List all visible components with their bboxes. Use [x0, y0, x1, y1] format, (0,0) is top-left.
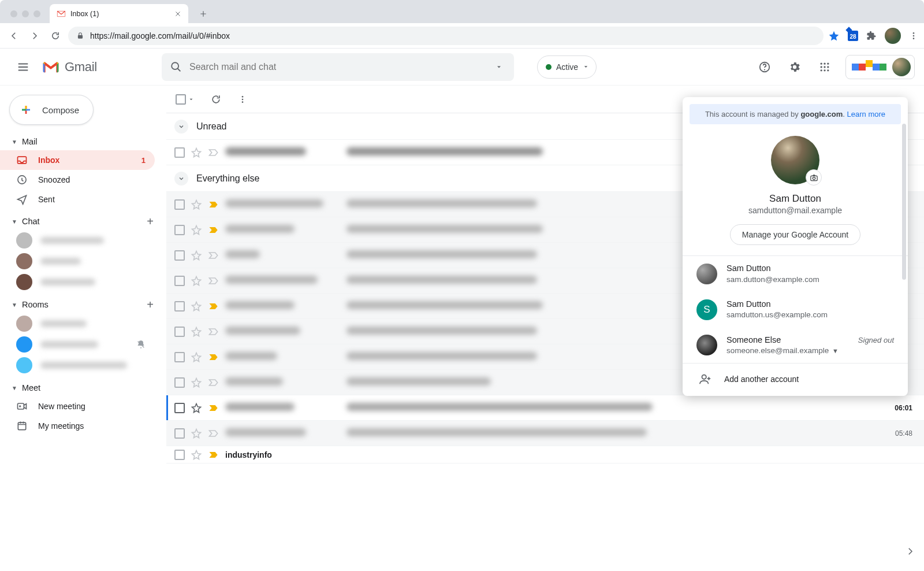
- bookmark-star-icon[interactable]: [828, 30, 840, 42]
- status-dot-icon: [546, 64, 552, 70]
- nav-new-meeting[interactable]: New meeting: [0, 396, 155, 416]
- nav-my-meetings[interactable]: My meetings: [0, 416, 155, 436]
- inbox-count: 1: [141, 156, 146, 165]
- nav-snoozed[interactable]: Snoozed: [0, 170, 155, 190]
- gmail-logo[interactable]: Gmail: [42, 60, 157, 75]
- side-panel-toggle[interactable]: [901, 542, 919, 561]
- apps-button[interactable]: [813, 55, 836, 79]
- important-marker-icon[interactable]: [208, 402, 219, 414]
- important-marker-icon[interactable]: [208, 250, 219, 261]
- manage-account-button[interactable]: Manage your Google Account: [730, 224, 860, 245]
- compose-button[interactable]: Compose: [9, 95, 94, 125]
- svg-rect-23: [810, 176, 817, 180]
- svg-point-14: [824, 69, 825, 71]
- settings-button[interactable]: [783, 55, 806, 79]
- person-add-icon: [699, 373, 711, 385]
- calendar-icon: [16, 420, 28, 432]
- nav-back-button[interactable]: [6, 28, 22, 44]
- chat-item[interactable]: [0, 230, 155, 251]
- important-marker-icon[interactable]: [208, 199, 219, 210]
- star-icon[interactable]: [191, 402, 202, 414]
- browser-toolbar: https://mail.google.com/mail/u/0/#inbox …: [0, 23, 924, 49]
- mail-row[interactable]: 06:01: [166, 395, 924, 421]
- section-mail-header[interactable]: ▼Mail: [0, 133, 162, 150]
- product-name: Gmail: [65, 60, 97, 75]
- add-account-button[interactable]: Add another account: [683, 364, 908, 396]
- browser-chrome: Inbox (1) https://mail.google.com/mail/u…: [0, 0, 924, 49]
- sidebar: Compose ▼Mail Inbox 1 Snoozed Sent ▼Chat…: [0, 86, 166, 571]
- room-item[interactable]: [0, 313, 155, 334]
- section-meet-header[interactable]: ▼Meet: [0, 379, 162, 396]
- inbox-icon: [16, 154, 28, 166]
- svg-point-22: [242, 101, 244, 103]
- sender: [225, 147, 341, 157]
- star-icon[interactable]: [191, 147, 202, 158]
- important-marker-icon[interactable]: [208, 351, 219, 363]
- svg-point-21: [242, 98, 244, 100]
- calendar-extension-icon[interactable]: 28: [848, 31, 858, 41]
- important-marker-icon[interactable]: [208, 377, 219, 388]
- important-marker-icon[interactable]: [208, 275, 219, 287]
- more-button[interactable]: [238, 95, 247, 104]
- select-all-checkbox[interactable]: [176, 94, 194, 105]
- mail-time: 05:48: [884, 429, 912, 437]
- main-menu-button[interactable]: [9, 53, 37, 81]
- new-tab-button[interactable]: [195, 6, 211, 22]
- sent-icon: [16, 194, 28, 205]
- mail-row[interactable]: industryinfo: [166, 446, 924, 464]
- nav-sent[interactable]: Sent: [0, 190, 155, 209]
- tab-close-icon[interactable]: [174, 10, 181, 17]
- svg-point-6: [764, 69, 765, 70]
- tab-strip: Inbox (1): [0, 0, 924, 23]
- add-chat-button[interactable]: +: [147, 215, 154, 228]
- account-avatar: [696, 264, 717, 284]
- important-marker-icon[interactable]: [208, 301, 219, 312]
- window-controls[interactable]: [5, 10, 46, 17]
- scrollbar[interactable]: [902, 124, 906, 364]
- important-marker-icon[interactable]: [208, 147, 219, 158]
- room-item[interactable]: [0, 355, 155, 376]
- nav-inbox[interactable]: Inbox 1: [0, 150, 155, 170]
- svg-point-7: [821, 62, 822, 64]
- search-bar[interactable]: [162, 53, 514, 81]
- add-room-button[interactable]: +: [147, 298, 154, 312]
- section-rooms-header[interactable]: ▼Rooms+: [0, 296, 162, 313]
- chat-item[interactable]: [0, 272, 155, 292]
- svg-point-24: [813, 177, 815, 179]
- svg-point-3: [913, 38, 915, 39]
- chevron-down-icon: [583, 64, 589, 70]
- account-avatar[interactable]: [892, 58, 911, 76]
- svg-point-12: [827, 66, 829, 68]
- account-avatar: [696, 335, 717, 355]
- refresh-button[interactable]: [210, 94, 222, 105]
- change-photo-button[interactable]: [806, 169, 822, 186]
- nav-reload-button[interactable]: [47, 28, 64, 44]
- status-chip[interactable]: Active: [537, 55, 597, 79]
- support-button[interactable]: [753, 55, 776, 79]
- address-bar[interactable]: https://mail.google.com/mail/u/0/#inbox: [68, 27, 824, 45]
- mail-row[interactable]: 05:48: [166, 421, 924, 446]
- account-row[interactable]: Someone Else someone.else@mail.example ▼…: [683, 328, 908, 364]
- search-options-button[interactable]: [487, 64, 511, 71]
- important-marker-icon[interactable]: [208, 224, 219, 236]
- svg-point-25: [702, 375, 706, 379]
- search-input[interactable]: [189, 62, 480, 72]
- svg-point-1: [913, 32, 915, 34]
- account-row[interactable]: Sam Dutton sam.dutton@example.com: [683, 256, 908, 292]
- important-marker-icon[interactable]: [208, 326, 219, 338]
- section-chat-header[interactable]: ▼Chat+: [0, 213, 162, 230]
- chat-item[interactable]: [0, 251, 155, 272]
- account-email: samdutton@mail.example: [683, 206, 908, 215]
- row-checkbox[interactable]: [174, 403, 185, 413]
- row-checkbox[interactable]: [174, 147, 185, 158]
- room-item[interactable]: [0, 334, 155, 355]
- nav-forward-button[interactable]: [27, 28, 43, 44]
- account-row[interactable]: S Sam Dutton samdutton.us@example.com: [683, 292, 908, 328]
- chrome-menu-icon[interactable]: [909, 31, 918, 40]
- org-profile-box[interactable]: [845, 55, 915, 79]
- gmail-favicon-icon: [57, 9, 66, 18]
- learn-more-link[interactable]: Learn more: [847, 110, 885, 118]
- browser-tab[interactable]: Inbox (1): [50, 4, 188, 24]
- extensions-puzzle-icon[interactable]: [866, 31, 877, 41]
- chrome-profile-avatar[interactable]: [885, 28, 901, 44]
